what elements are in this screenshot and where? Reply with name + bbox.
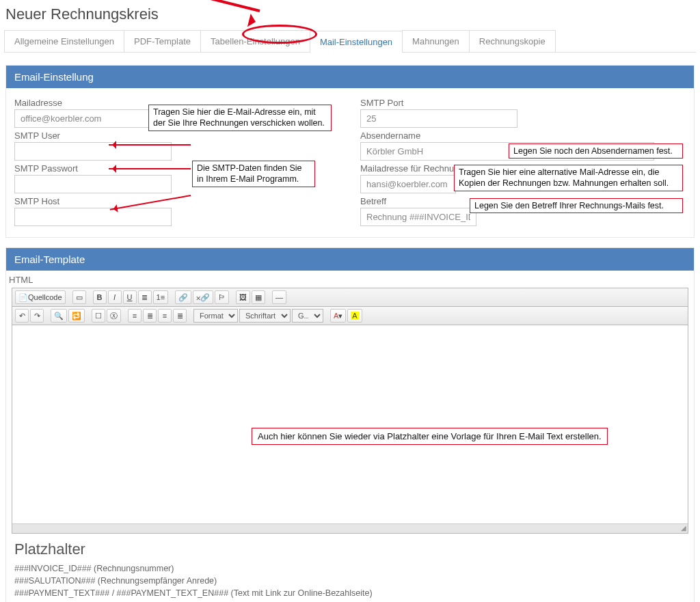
undo-button[interactable]: ↶	[15, 309, 29, 323]
image-button[interactable]: 🖼	[236, 290, 250, 304]
email-settings-header: Email-Einstellung	[6, 66, 694, 88]
placeholder-line: ###PAYMENT_LINK### / ###PAYMENT_LINK_EN#…	[14, 599, 686, 602]
unlink-button[interactable]: ⨉🔗	[193, 290, 213, 304]
redo-button[interactable]: ↷	[30, 309, 44, 323]
removeformat-button[interactable]: Ⓧ	[107, 309, 121, 323]
editor-content-area[interactable]: Auch hier können Sie wieder via Platzhal…	[12, 325, 688, 523]
tab-bar: Allgemeine Einstellungen PDF-Template Ta…	[4, 30, 696, 53]
subject-input[interactable]	[360, 208, 476, 226]
placeholder-line: ###INVOICE_ID### (Rechnungsnummer)	[14, 562, 686, 575]
align-center-button[interactable]: ≣	[143, 309, 157, 323]
smtp-host-label: SMTP Host	[14, 196, 340, 206]
underline-button[interactable]: U	[123, 290, 137, 304]
sender-name-label: Absendername	[360, 131, 686, 141]
size-select[interactable]: G...	[292, 309, 323, 323]
anchor-button[interactable]: 🏳	[215, 290, 229, 304]
copy-mail-input[interactable]	[360, 175, 456, 193]
replace-button[interactable]: 🔁	[68, 309, 85, 323]
textcolor-button[interactable]: A▾	[330, 309, 346, 323]
annotation-hint-sender: Legen Sie noch den Absendernamen fest.	[509, 143, 683, 159]
placeholder-line: ###SALUTATION### (Rechnungsempfänger Anr…	[14, 575, 686, 587]
smtp-host-input[interactable]	[14, 208, 172, 226]
page-title: Neuer Rechnungskreis	[5, 5, 700, 23]
smtp-user-input[interactable]	[14, 142, 172, 161]
tab-mail[interactable]: Mail-Einstellungen	[310, 31, 403, 53]
html-editor: 📄 Quellcode ▭ B I U ≣ 1≡ 🔗 ⨉🔗 🏳 🖼 ▦ — ↶ …	[12, 288, 688, 534]
font-select[interactable]: Schriftart	[239, 309, 291, 323]
tab-pdf[interactable]: PDF-Template	[124, 30, 201, 52]
annotation-hint-copymail: Tragen Sie hier eine alternative Mail-Ad…	[454, 165, 683, 191]
hr-button[interactable]: —	[272, 290, 286, 304]
bold-button[interactable]: B	[93, 290, 107, 304]
email-template-header: Email-Template	[6, 248, 694, 271]
find-button[interactable]: 🔍	[51, 309, 67, 323]
tab-general[interactable]: Allgemeine Einstellungen	[4, 30, 124, 52]
align-left-button[interactable]: ≡	[128, 309, 142, 323]
editor-toolbar-2: ↶ ↷ 🔍 🔁 ☐ Ⓧ ≡ ≣ ≡ ≣ Format Schriftart G.…	[12, 307, 688, 325]
tab-tables[interactable]: Tabellen-Einstellungen	[200, 30, 310, 52]
html-label: HTML	[6, 271, 694, 288]
table-button[interactable]: ▦	[252, 290, 265, 304]
selectall-button[interactable]: ☐	[92, 309, 105, 323]
annotation-hint-mailadresse: Tragen Sie hier die E-Mail-Adresse ein, …	[148, 105, 332, 131]
annotation-hint-template: Auch hier können Sie wieder via Platzhal…	[252, 428, 608, 445]
source-button[interactable]: 📄 Quellcode	[15, 290, 66, 304]
preview-icon[interactable]: ▭	[72, 290, 86, 304]
annotation-hint-subject: Legen Sie den Betreff Ihrer Rechnungs-Ma…	[470, 198, 683, 213]
smtp-pass-input[interactable]	[14, 175, 172, 193]
bgcolor-button[interactable]: A	[347, 309, 362, 323]
align-justify-button[interactable]: ≣	[173, 309, 187, 323]
annotation-hint-smtp: Die SMTP-Daten finden Sie in Ihrem E-Mai…	[192, 161, 315, 187]
numbered-button[interactable]: 1≡	[153, 290, 169, 304]
tab-dunning[interactable]: Mahnungen	[402, 30, 470, 52]
tab-copy[interactable]: Rechnungskopie	[469, 30, 556, 52]
placeholder-line: ###PAYMENT_TEXT### / ###PAYMENT_TEXT_EN#…	[14, 587, 686, 599]
align-right-button[interactable]: ≡	[158, 309, 172, 323]
editor-toolbar-1: 📄 Quellcode ▭ B I U ≣ 1≡ 🔗 ⨉🔗 🏳 🖼 ▦ —	[12, 288, 688, 307]
smtp-user-label: SMTP User	[14, 131, 340, 141]
italic-button[interactable]: I	[108, 290, 122, 304]
bullets-button[interactable]: ≣	[138, 290, 152, 304]
smtp-port-input[interactable]	[360, 109, 517, 128]
source-button-label: Quellcode	[28, 293, 62, 301]
editor-resize-handle[interactable]: ◢	[12, 523, 688, 533]
format-select[interactable]: Format	[193, 309, 238, 323]
link-button[interactable]: 🔗	[175, 290, 191, 304]
smtp-port-label: SMTP Port	[360, 98, 686, 108]
placeholders-title: Platzhalter	[14, 541, 686, 558]
